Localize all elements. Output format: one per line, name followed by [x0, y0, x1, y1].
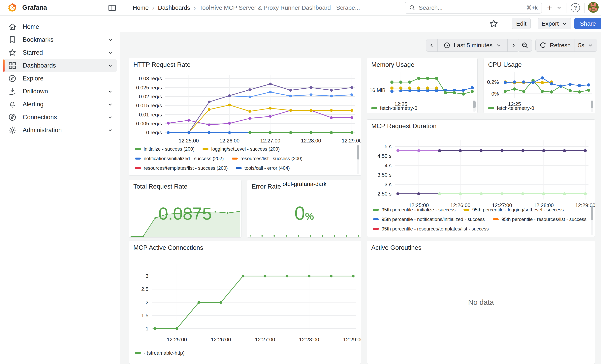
- panel-title[interactable]: Active Goroutines: [371, 244, 421, 251]
- legend-item[interactable]: 95th percentile - initialize - success: [373, 207, 456, 213]
- refresh-button[interactable]: Refresh: [536, 39, 575, 51]
- chevron-left-icon: [429, 42, 435, 48]
- panel-title[interactable]: HTTP Request Rate: [133, 61, 190, 68]
- legend-item[interactable]: fetch-telemetry-0: [371, 105, 417, 111]
- x-axis-tick: 12:27:00: [253, 138, 287, 144]
- add-chevron-icon[interactable]: [556, 3, 562, 13]
- sidebar-item-explore[interactable]: Explore: [3, 72, 117, 85]
- panel-mcp-request-duration: MCP Request Duration 5 s4.50 s4 s3.50 s3…: [367, 119, 595, 237]
- legend-swatch: [135, 352, 141, 354]
- chevron-down-icon: [107, 62, 113, 69]
- sidebar-toggle-icon[interactable]: [108, 4, 116, 12]
- legend-label: tools/call - error (404): [244, 165, 290, 171]
- legend-item[interactable]: initialize - success (200): [135, 146, 195, 152]
- legend-scrollbar[interactable]: [591, 206, 593, 235]
- help-button[interactable]: ?: [571, 3, 580, 13]
- add-button[interactable]: +: [547, 3, 552, 13]
- edit-button[interactable]: Edit: [512, 18, 531, 29]
- export-button[interactable]: Export: [538, 18, 571, 29]
- chevron-down-icon: [107, 37, 113, 43]
- legend-label: initialize - success (200): [144, 146, 195, 152]
- zoom-out-button[interactable]: [518, 39, 532, 51]
- y-axis-tick: 2.5: [132, 286, 149, 292]
- legend-swatch: [463, 209, 470, 211]
- chevron-down-icon: [107, 101, 113, 108]
- favorite-star-icon[interactable]: [489, 19, 499, 29]
- legend-item[interactable]: tools/call - error (404): [236, 165, 290, 171]
- legend-scrollbar[interactable]: [473, 100, 476, 112]
- legend-swatch: [202, 148, 209, 150]
- panel-title[interactable]: CPU Usage: [488, 61, 522, 68]
- legend-swatch: [493, 218, 499, 220]
- sidebar-item-label: Bookmarks: [23, 36, 107, 43]
- legend-item[interactable]: - (streamable-http): [135, 350, 185, 356]
- sidebar-item-drilldown[interactable]: Drilldown: [3, 85, 117, 98]
- legend-item[interactable]: notifications/initialized - success (202…: [135, 155, 224, 162]
- refresh-interval-dropdown[interactable]: 5s: [575, 39, 597, 51]
- breadcrumb-item[interactable]: Dashboards: [158, 4, 190, 11]
- cpu-legend: fetch-telemetry-0: [488, 105, 576, 111]
- stat-value: 0%: [247, 202, 361, 224]
- sidebar-item-label: Explore: [23, 75, 113, 82]
- memory-legend: fetch-telemetry-0: [371, 105, 459, 111]
- y-axis-tick: 0.03 req/s: [131, 76, 162, 82]
- compass-icon: [8, 74, 17, 83]
- search-input[interactable]: Search... ⌘+k: [405, 2, 542, 13]
- panel-title[interactable]: Error Rate: [252, 183, 281, 190]
- legend-item[interactable]: 95th percentile - resources/templates/li…: [373, 226, 489, 232]
- legend-item[interactable]: tools/call - success (200): [135, 174, 196, 176]
- grafana-logo-icon: [7, 2, 18, 13]
- mcp-request-duration-chart[interactable]: 5 s4.50 s4 s3.50 s3 s2.50 s 12:25:0012:2…: [369, 137, 593, 216]
- sidebar-item-dashboards[interactable]: Dashboards: [3, 59, 117, 72]
- cpu-usage-chart[interactable]: 0.2%0% 12:25: [485, 70, 594, 105]
- datasource-overlay-label: otel-grafana-dark: [283, 181, 327, 187]
- sidebar-item-starred[interactable]: Starred: [3, 47, 117, 59]
- legend-item[interactable]: logging/setLevel - success (200): [202, 146, 280, 152]
- sidebar-item-administration[interactable]: Administration: [3, 124, 117, 136]
- sidebar-item-connections[interactable]: Connections: [3, 111, 117, 123]
- panel-title[interactable]: MCP Request Duration: [371, 122, 436, 130]
- time-controls: Last 5 minutes Refresh 5s: [120, 32, 601, 54]
- legend-label: 95th percentile - logging/setLevel - suc…: [472, 207, 564, 213]
- avatar[interactable]: [588, 2, 599, 12]
- time-forward-button[interactable]: [507, 39, 519, 51]
- sidebar-item-label: Dashboards: [23, 62, 107, 69]
- legend-item[interactable]: 95th percentile - logging/setLevel - suc…: [463, 207, 564, 213]
- share-button[interactable]: Share: [574, 18, 601, 29]
- panel-title[interactable]: MCP Active Connections: [133, 244, 203, 251]
- time-back-button[interactable]: [426, 39, 437, 51]
- brand-name: Grafana: [22, 4, 47, 11]
- legend-item[interactable]: fetch-telemetry-0: [488, 105, 534, 111]
- breadcrumb-item[interactable]: Home: [133, 4, 149, 11]
- legend-item[interactable]: resources/templates/list - success (200): [135, 165, 228, 171]
- legend-item[interactable]: 95th percentile - resources/list - succe…: [493, 216, 587, 223]
- memory-usage-chart[interactable]: 16 MiB 12:25: [369, 70, 476, 105]
- sidebar-item-bookmarks[interactable]: Bookmarks: [3, 34, 117, 46]
- legend-label: resources/templates/list - success (200): [144, 165, 228, 171]
- panel-mcp-active-connections: MCP Active Connections 32.521.51 12:25:0…: [129, 241, 361, 364]
- time-range-picker[interactable]: Last 5 minutes: [437, 39, 507, 51]
- panel-title[interactable]: Memory Usage: [371, 61, 414, 68]
- chevron-down-icon: [107, 127, 113, 133]
- mcp-active-connections-chart[interactable]: 32.521.51 12:25:0012:26:0012:27:0012:28:…: [132, 260, 360, 354]
- chevron-down-icon: [561, 21, 567, 27]
- panel-title[interactable]: Total Request Rate: [133, 183, 187, 190]
- sidebar-item-alerting[interactable]: Alerting: [3, 98, 117, 110]
- legend-item[interactable]: 95th percentile - notifications/initiali…: [373, 216, 485, 223]
- sidebar-item-home[interactable]: Home: [3, 21, 117, 33]
- legend-label: - (streamable-http): [144, 350, 185, 356]
- legend-item[interactable]: tools/list - success (200): [204, 174, 264, 176]
- legend-item[interactable]: unknown - success (200): [272, 174, 334, 176]
- legend-scrollbar[interactable]: [591, 100, 593, 112]
- breadcrumb-separator-icon: ›: [194, 4, 196, 11]
- legend-swatch: [373, 228, 379, 230]
- y-axis-tick: 2: [132, 299, 149, 305]
- legend-item[interactable]: resources/list - success (200): [232, 155, 302, 162]
- toolbar-divider: [535, 19, 535, 29]
- legend-swatch: [135, 148, 141, 150]
- y-axis-tick: 0.02 req/s: [131, 94, 162, 100]
- legend-label: 95th percentile - resources/list - succe…: [501, 216, 587, 222]
- http-legend: initialize - success (200)logging/setLev…: [135, 146, 350, 176]
- legend-scrollbar[interactable]: [357, 145, 359, 174]
- http-request-rate-chart[interactable]: 0.03 req/s0.025 req/s0.02 req/s0.015 req…: [131, 72, 359, 152]
